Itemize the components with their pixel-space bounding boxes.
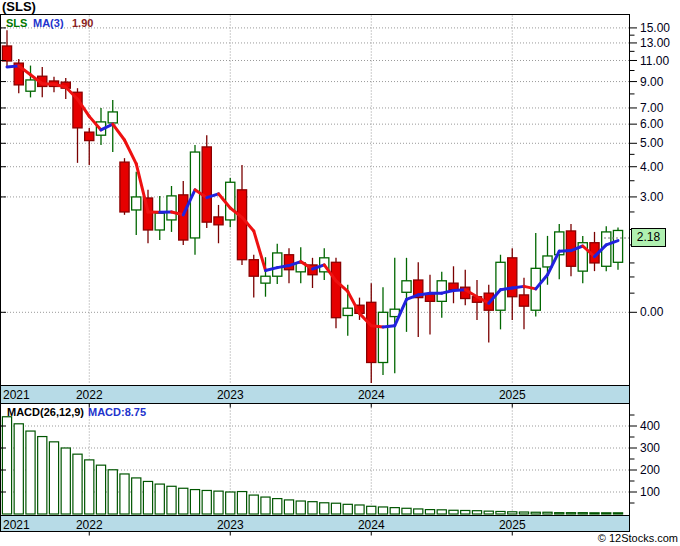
macd-bar [179, 488, 188, 514]
candle-up [343, 308, 352, 315]
candle-down [508, 258, 517, 297]
macd-bar [425, 510, 434, 514]
year-label: 2023 [213, 388, 247, 402]
macd-bar [308, 502, 317, 514]
candle-up [496, 262, 505, 310]
last-price-badge: 2.18 [631, 228, 666, 247]
candle-down [202, 147, 211, 222]
macd-bar [390, 508, 399, 514]
macd-bar [331, 503, 340, 514]
macd-bar [155, 484, 164, 514]
macd-bar [496, 511, 505, 514]
macd-indicator-label: MACD(26,12,9) [7, 405, 84, 419]
macd-bar [96, 465, 105, 514]
year-label: 2025 [495, 388, 529, 402]
watermark-copyright: © 12Stocks.com [598, 531, 678, 545]
macd-bar [296, 501, 305, 514]
candle-down [214, 217, 223, 225]
macd-bar [555, 513, 564, 514]
year-label: 2022 [72, 518, 106, 532]
macd-bar [120, 474, 129, 514]
macd-bar [249, 495, 258, 514]
macd-bar [38, 437, 47, 514]
candle-down [331, 262, 340, 317]
candle-down [519, 295, 528, 306]
macd-bar [85, 460, 94, 514]
ma3-line-segment [501, 288, 513, 290]
candle-up [108, 112, 117, 123]
macd-bar [484, 511, 493, 514]
price-axis-label: 13.00 [640, 36, 670, 50]
macd-axis-label: 200 [640, 463, 660, 477]
ma3-line-segment [559, 251, 571, 252]
year-label: 2021 [3, 518, 30, 532]
candle-down [85, 132, 94, 140]
chart-title: (SLS) [2, 0, 36, 14]
macd-bar [602, 513, 611, 514]
macd-bar [202, 490, 211, 514]
candle-down [120, 162, 129, 212]
macd-bar [143, 481, 152, 514]
macd-bar [49, 442, 58, 514]
candle-up [378, 312, 387, 362]
macd-bar [73, 454, 82, 514]
candle-up [273, 253, 282, 276]
price-axis-label: 0.00 [640, 305, 663, 319]
macd-bar [543, 512, 552, 514]
year-label: 2023 [213, 518, 247, 532]
ma3-line-segment [7, 66, 19, 67]
ma3-line-segment [371, 326, 383, 327]
macd-bar [2, 417, 11, 514]
price-axis-label: 5.00 [640, 136, 663, 150]
ma3-line-segment [418, 293, 430, 295]
candle-up [167, 196, 176, 220]
macd-bar [167, 486, 176, 514]
macd-bar [449, 510, 458, 514]
macd-bar [402, 508, 411, 514]
candle-up [261, 276, 270, 283]
macd-bar [214, 491, 223, 514]
candle-up [155, 213, 164, 230]
macd-axis-label: 100 [640, 485, 660, 499]
macd-bar [378, 507, 387, 514]
macd-axis-label: 300 [640, 441, 660, 455]
candle-up [402, 281, 411, 292]
price-axis-label: 6.00 [640, 117, 663, 131]
macd-bar [590, 513, 599, 514]
macd-bar [519, 512, 528, 514]
ma3-line-segment [512, 286, 524, 288]
candle-down [367, 302, 376, 362]
candle-down [249, 260, 258, 277]
macd-bar [320, 503, 329, 514]
macd-bar [284, 500, 293, 514]
macd-panel [1, 404, 630, 516]
legend-ma-value: 1.90 [72, 16, 93, 30]
price-axis-label: 3.00 [640, 190, 663, 204]
stock-chart-widget: (SLS) SLS MA(3) 1.90 2.18 MACD(26,12,9) … [0, 0, 680, 546]
legend-ma-label: MA(3) [33, 16, 64, 30]
macd-bar [61, 448, 70, 514]
ma3-line-segment [383, 326, 395, 327]
price-panel [1, 15, 630, 386]
macd-bar [108, 470, 117, 514]
macd-bar [566, 513, 575, 514]
price-axis-label: 7.00 [640, 101, 663, 115]
macd-bar [273, 499, 282, 514]
macd-bar [237, 492, 246, 514]
macd-bar [531, 512, 540, 514]
candle-down [179, 195, 188, 240]
candle-down [2, 46, 11, 61]
candle-up [26, 80, 35, 91]
macd-bar [132, 478, 141, 514]
candle-up [613, 230, 622, 262]
price-axis-label: 9.00 [640, 75, 663, 89]
price-axis-label: 4.00 [640, 160, 663, 174]
macd-bar [14, 424, 23, 514]
year-label: 2022 [72, 388, 106, 402]
year-label: 2025 [495, 518, 529, 532]
year-label: 2024 [354, 388, 388, 402]
macd-bar [26, 431, 35, 514]
year-label: 2024 [354, 518, 388, 532]
chart-canvas[interactable] [0, 0, 680, 546]
macd-bar [508, 512, 517, 514]
